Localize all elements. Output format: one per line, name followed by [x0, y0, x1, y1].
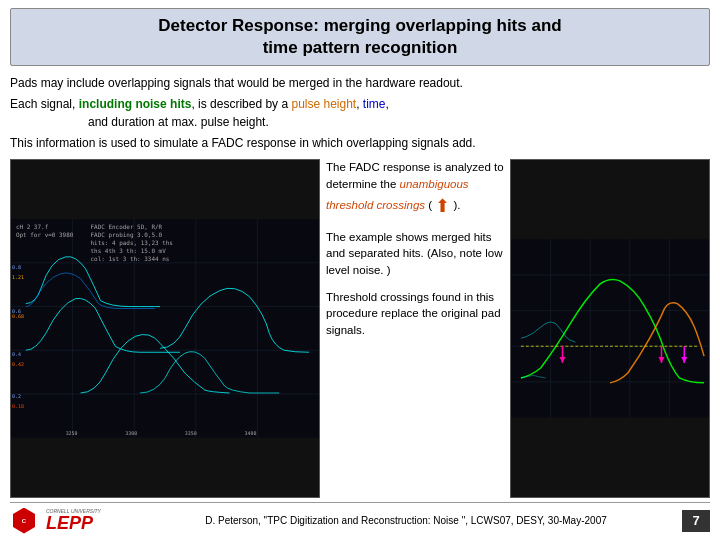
svg-text:cH 2  37.f: cH 2 37.f — [16, 223, 49, 230]
svg-text:0.18: 0.18 — [12, 403, 24, 409]
citation: D. Peterson, "TPC Digitization and Recon… — [130, 515, 682, 526]
svg-text:col: 1st 3 th:  3344 ns: col: 1st 3 th: 3344 ns — [90, 255, 169, 262]
description-text-block: The FADC response is analyzed to determi… — [326, 159, 504, 498]
svg-text:3350: 3350 — [185, 430, 197, 436]
svg-text:FADC probing 3.0,5.0: FADC probing 3.0,5.0 — [90, 231, 162, 239]
page-title: Detector Response: merging overlapping h… — [21, 15, 699, 59]
intro-line2: Each signal, including noise hits, is de… — [10, 95, 710, 131]
right-top: The FADC response is analyzed to determi… — [326, 159, 710, 498]
svg-text:0.4: 0.4 — [12, 351, 21, 357]
svg-text:0.8: 0.8 — [12, 264, 21, 270]
main-content: cH 2 37.f FADC Encoder 5D, R/R Opt for v… — [10, 159, 710, 498]
title-box: Detector Response: merging overlapping h… — [10, 8, 710, 66]
svg-text:ths 4th 3 th: 15.0 mV: ths 4th 3 th: 15.0 mV — [90, 247, 166, 254]
cornell-logo: C — [10, 508, 38, 534]
right-panel: The FADC response is analyzed to determi… — [326, 159, 710, 498]
fadc-para1: The FADC response is analyzed to determi… — [326, 159, 504, 218]
svg-text:3250: 3250 — [66, 430, 78, 436]
svg-rect-28 — [511, 239, 709, 417]
fadc-plot-svg — [511, 160, 709, 497]
lepp-label: LEPP — [46, 514, 101, 532]
svg-text:3300: 3300 — [125, 430, 137, 436]
intro-line4: This information is used to simulate a F… — [10, 134, 710, 152]
lepp-logo-area: CORNELL UNIVERSITY LEPP — [46, 509, 101, 532]
svg-text:FADC Encoder  5D, R/R: FADC Encoder 5D, R/R — [90, 223, 162, 230]
fadc-para2: The example shows merged hits and separa… — [326, 229, 504, 279]
intro-line1: Pads may include overlapping signals tha… — [10, 74, 710, 92]
oscilloscope-panel: cH 2 37.f FADC Encoder 5D, R/R Opt for v… — [10, 159, 320, 498]
svg-text:0.68: 0.68 — [12, 314, 24, 320]
svg-text:0.42: 0.42 — [12, 361, 24, 367]
svg-text:hits: 4 pads, 13,23 ths: hits: 4 pads, 13,23 ths — [90, 239, 172, 247]
page-number: 7 — [682, 510, 710, 532]
svg-text:1.21: 1.21 — [12, 274, 24, 280]
page-wrapper: Detector Response: merging overlapping h… — [0, 0, 720, 540]
footer-bar: C CORNELL UNIVERSITY LEPP D. Peterson, "… — [10, 502, 710, 534]
fadc-para3: Threshold crossings found in this proced… — [326, 289, 504, 339]
logo-area: C CORNELL UNIVERSITY LEPP — [10, 508, 130, 534]
svg-text:3400: 3400 — [244, 430, 256, 436]
oscilloscope-svg: cH 2 37.f FADC Encoder 5D, R/R Opt for v… — [11, 160, 319, 497]
svg-text:Opt for v=0   3980: Opt for v=0 3980 — [16, 231, 74, 239]
fadc-image-panel — [510, 159, 710, 498]
svg-text:0.2: 0.2 — [12, 393, 21, 399]
